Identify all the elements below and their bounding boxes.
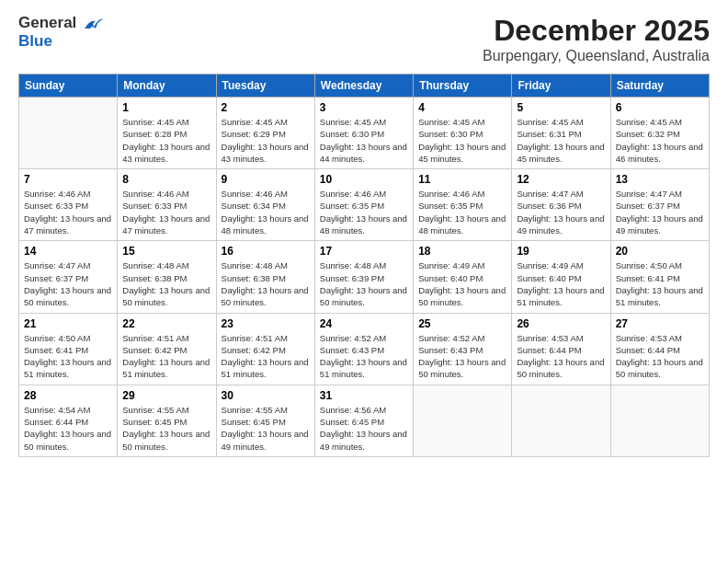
sunrise-text: Sunrise: 4:49 AM bbox=[418, 260, 484, 270]
day-info: Sunrise: 4:46 AM Sunset: 6:34 PM Dayligh… bbox=[222, 188, 310, 236]
day-info: Sunrise: 4:45 AM Sunset: 6:32 PM Dayligh… bbox=[616, 116, 704, 165]
sunrise-text: Sunrise: 4:48 AM bbox=[222, 260, 288, 270]
sunset-text: Sunset: 6:37 PM bbox=[24, 273, 88, 283]
day-number: 13 bbox=[616, 173, 704, 186]
day-info: Sunrise: 4:53 AM Sunset: 6:44 PM Dayligh… bbox=[616, 332, 704, 381]
sunrise-text: Sunrise: 4:52 AM bbox=[320, 333, 386, 343]
calendar-day-cell: 23 Sunrise: 4:51 AM Sunset: 6:42 PM Dayl… bbox=[216, 313, 314, 385]
sunrise-text: Sunrise: 4:46 AM bbox=[222, 189, 288, 199]
day-number: 16 bbox=[222, 245, 310, 258]
day-number: 14 bbox=[24, 245, 112, 258]
daylight-text: Daylight: 13 hours and 50 minutes. bbox=[418, 285, 506, 307]
day-number: 12 bbox=[517, 173, 605, 186]
calendar-day-cell bbox=[610, 385, 709, 456]
daylight-text: Daylight: 13 hours and 50 minutes. bbox=[122, 285, 210, 307]
sunset-text: Sunset: 6:43 PM bbox=[418, 345, 483, 355]
day-info: Sunrise: 4:47 AM Sunset: 6:37 PM Dayligh… bbox=[24, 259, 112, 308]
day-info: Sunrise: 4:48 AM Sunset: 6:38 PM Dayligh… bbox=[222, 259, 310, 308]
day-info: Sunrise: 4:49 AM Sunset: 6:40 PM Dayligh… bbox=[517, 259, 605, 308]
day-info: Sunrise: 4:45 AM Sunset: 6:30 PM Dayligh… bbox=[418, 116, 506, 165]
day-info: Sunrise: 4:46 AM Sunset: 6:35 PM Dayligh… bbox=[320, 188, 408, 236]
sunrise-text: Sunrise: 4:52 AM bbox=[418, 333, 484, 343]
day-info: Sunrise: 4:56 AM Sunset: 6:45 PM Dayligh… bbox=[320, 404, 408, 453]
calendar-week-row: 1 Sunrise: 4:45 AM Sunset: 6:28 PM Dayli… bbox=[19, 98, 710, 169]
sunset-text: Sunset: 6:35 PM bbox=[418, 201, 483, 211]
daylight-text: Daylight: 13 hours and 50 minutes. bbox=[122, 429, 210, 451]
day-info: Sunrise: 4:50 AM Sunset: 6:41 PM Dayligh… bbox=[616, 259, 704, 308]
day-info: Sunrise: 4:46 AM Sunset: 6:35 PM Dayligh… bbox=[418, 188, 506, 236]
day-number: 17 bbox=[320, 245, 408, 258]
calendar-day-cell bbox=[512, 385, 610, 456]
calendar-day-cell: 3 Sunrise: 4:45 AM Sunset: 6:30 PM Dayli… bbox=[314, 98, 413, 169]
day-info: Sunrise: 4:51 AM Sunset: 6:42 PM Dayligh… bbox=[222, 332, 310, 381]
day-of-week-header: Tuesday bbox=[216, 75, 314, 98]
sunset-text: Sunset: 6:42 PM bbox=[222, 345, 286, 355]
sunrise-text: Sunrise: 4:45 AM bbox=[418, 117, 484, 127]
daylight-text: Daylight: 13 hours and 51 minutes. bbox=[222, 357, 309, 379]
sunset-text: Sunset: 6:43 PM bbox=[320, 345, 384, 355]
sunrise-text: Sunrise: 4:50 AM bbox=[24, 333, 90, 343]
day-number: 31 bbox=[320, 389, 408, 402]
daylight-text: Daylight: 13 hours and 43 minutes. bbox=[122, 142, 210, 164]
sunrise-text: Sunrise: 4:56 AM bbox=[320, 405, 386, 415]
calendar-week-row: 21 Sunrise: 4:50 AM Sunset: 6:41 PM Dayl… bbox=[19, 313, 710, 385]
sunrise-text: Sunrise: 4:45 AM bbox=[517, 117, 583, 127]
logo: General Blue bbox=[18, 14, 103, 50]
sunrise-text: Sunrise: 4:51 AM bbox=[122, 333, 188, 343]
sunset-text: Sunset: 6:34 PM bbox=[222, 201, 286, 211]
calendar-day-cell: 20 Sunrise: 4:50 AM Sunset: 6:41 PM Dayl… bbox=[610, 241, 709, 313]
calendar-day-cell: 13 Sunrise: 4:47 AM Sunset: 6:37 PM Dayl… bbox=[610, 169, 709, 241]
day-number: 21 bbox=[24, 317, 112, 330]
calendar-day-cell: 18 Sunrise: 4:49 AM Sunset: 6:40 PM Dayl… bbox=[414, 241, 512, 313]
daylight-text: Daylight: 13 hours and 43 minutes. bbox=[222, 142, 309, 164]
daylight-text: Daylight: 13 hours and 51 minutes. bbox=[616, 285, 703, 307]
logo-blue: Blue bbox=[18, 32, 52, 50]
sunrise-text: Sunrise: 4:49 AM bbox=[517, 260, 583, 270]
day-number: 2 bbox=[222, 101, 310, 114]
calendar-week-row: 7 Sunrise: 4:46 AM Sunset: 6:33 PM Dayli… bbox=[19, 169, 710, 241]
day-number: 22 bbox=[122, 317, 210, 330]
day-info: Sunrise: 4:45 AM Sunset: 6:29 PM Dayligh… bbox=[222, 116, 310, 165]
daylight-text: Daylight: 13 hours and 51 minutes. bbox=[517, 285, 604, 307]
calendar-day-cell: 25 Sunrise: 4:52 AM Sunset: 6:43 PM Dayl… bbox=[414, 313, 512, 385]
calendar-day-cell: 4 Sunrise: 4:45 AM Sunset: 6:30 PM Dayli… bbox=[414, 98, 512, 169]
day-number: 19 bbox=[517, 245, 605, 258]
daylight-text: Daylight: 13 hours and 50 minutes. bbox=[222, 285, 309, 307]
sunrise-text: Sunrise: 4:47 AM bbox=[517, 189, 583, 199]
sunrise-text: Sunrise: 4:46 AM bbox=[320, 189, 386, 199]
calendar-day-cell: 30 Sunrise: 4:55 AM Sunset: 6:45 PM Dayl… bbox=[216, 385, 314, 456]
day-info: Sunrise: 4:47 AM Sunset: 6:37 PM Dayligh… bbox=[616, 188, 704, 236]
sunrise-text: Sunrise: 4:55 AM bbox=[122, 405, 188, 415]
sunset-text: Sunset: 6:33 PM bbox=[122, 201, 187, 211]
day-number: 1 bbox=[122, 101, 210, 114]
calendar-day-cell: 27 Sunrise: 4:53 AM Sunset: 6:44 PM Dayl… bbox=[610, 313, 709, 385]
calendar-day-cell: 24 Sunrise: 4:52 AM Sunset: 6:43 PM Dayl… bbox=[314, 313, 413, 385]
day-number: 9 bbox=[222, 173, 310, 186]
day-number: 15 bbox=[122, 245, 210, 258]
sunrise-text: Sunrise: 4:47 AM bbox=[24, 260, 90, 270]
calendar-day-cell: 6 Sunrise: 4:45 AM Sunset: 6:32 PM Dayli… bbox=[610, 98, 709, 169]
daylight-text: Daylight: 13 hours and 50 minutes. bbox=[320, 285, 407, 307]
day-of-week-header: Wednesday bbox=[314, 75, 413, 98]
calendar-day-cell: 8 Sunrise: 4:46 AM Sunset: 6:33 PM Dayli… bbox=[118, 169, 216, 241]
day-number: 6 bbox=[616, 101, 704, 114]
daylight-text: Daylight: 13 hours and 47 minutes. bbox=[24, 213, 111, 236]
sunset-text: Sunset: 6:44 PM bbox=[24, 417, 88, 427]
sunset-text: Sunset: 6:42 PM bbox=[122, 345, 187, 355]
day-number: 30 bbox=[222, 389, 310, 402]
day-info: Sunrise: 4:47 AM Sunset: 6:36 PM Dayligh… bbox=[517, 188, 605, 236]
sunset-text: Sunset: 6:33 PM bbox=[24, 201, 88, 211]
day-of-week-header: Monday bbox=[118, 75, 216, 98]
day-info: Sunrise: 4:55 AM Sunset: 6:45 PM Dayligh… bbox=[122, 404, 210, 453]
calendar-day-cell: 14 Sunrise: 4:47 AM Sunset: 6:37 PM Dayl… bbox=[19, 241, 118, 313]
sunset-text: Sunset: 6:29 PM bbox=[222, 129, 286, 139]
sunset-text: Sunset: 6:41 PM bbox=[616, 273, 680, 283]
day-info: Sunrise: 4:53 AM Sunset: 6:44 PM Dayligh… bbox=[517, 332, 605, 381]
sunrise-text: Sunrise: 4:47 AM bbox=[616, 189, 682, 199]
calendar-day-cell: 15 Sunrise: 4:48 AM Sunset: 6:38 PM Dayl… bbox=[118, 241, 216, 313]
daylight-text: Daylight: 13 hours and 51 minutes. bbox=[122, 357, 210, 379]
daylight-text: Daylight: 13 hours and 45 minutes. bbox=[418, 142, 506, 164]
day-number: 7 bbox=[24, 173, 112, 186]
daylight-text: Daylight: 13 hours and 49 minutes. bbox=[222, 429, 309, 451]
calendar-day-cell: 1 Sunrise: 4:45 AM Sunset: 6:28 PM Dayli… bbox=[118, 98, 216, 169]
